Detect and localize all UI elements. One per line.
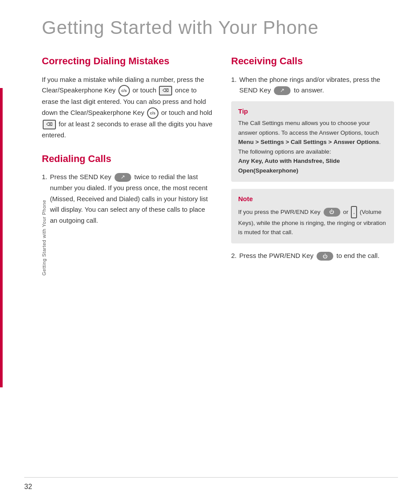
redialing-item1: 1. Press the SEND Key twice to redial th… xyxy=(42,172,214,226)
receiving-item1: 1. When the phone rings and/or vibrates,… xyxy=(231,74,394,96)
clear-speakerphone-icon: c/s xyxy=(118,85,130,96)
or1-text: or touch xyxy=(133,86,156,94)
note-box: Note If you press the PWR/END Key or (Vo… xyxy=(231,189,394,243)
correcting-dialing-body: If you make a mistake while dialing a nu… xyxy=(42,74,214,141)
note-text: If you press the PWR/END Key or (Volume … xyxy=(238,206,387,237)
redialing-section: Redialing Calls 1. Press the SEND Key tw… xyxy=(42,153,214,226)
redialing-heading: Redialing Calls xyxy=(42,153,214,165)
columns: Correcting Dialing Mistakes If you make … xyxy=(42,55,398,266)
page-container: Getting Started with Your Phone Getting … xyxy=(0,0,420,504)
right-column: Receiving Calls 1. When the phone rings … xyxy=(231,55,394,266)
tip-bold1: Menu > Settings > Call Settings > xyxy=(238,139,332,145)
receiving-item2: 2. Press the PWR/END Key to end the call… xyxy=(231,250,394,261)
note-or-text: or xyxy=(343,208,348,215)
page-number: 32 xyxy=(24,483,32,491)
receiving-item2-num: 2. xyxy=(231,250,237,261)
note-label: Note xyxy=(238,195,387,202)
receiving-item1-body: When the phone rings and/or vibrates, pr… xyxy=(239,74,394,96)
for-at-least-text: for at least 2 seconds to erase all the … xyxy=(42,120,213,139)
send-key-icon xyxy=(114,173,131,182)
to-end-text: to end the call. xyxy=(336,252,379,259)
or2-text: or touch and hold xyxy=(161,109,212,116)
redialing-item1-text: Press the SEND Key twice to redial the l… xyxy=(50,172,214,226)
side-tab-bar xyxy=(0,88,3,387)
receiving-item1-num: 1. xyxy=(231,74,237,96)
correcting-dialing-heading: Correcting Dialing Mistakes xyxy=(42,55,214,67)
pwr-end-icon2 xyxy=(317,252,333,261)
receiving-item2-body: Press the PWR/END Key to end the call. xyxy=(239,250,379,261)
bottom-line xyxy=(24,477,398,478)
main-content: Getting Started with Your Phone Correcti… xyxy=(15,0,420,504)
clear-speakerphone-icon2: c/s xyxy=(147,107,158,119)
left-column: Correcting Dialing Mistakes If you make … xyxy=(42,55,214,266)
receiving-item2-text: Press the PWR/END Key xyxy=(239,252,313,259)
tip-text: The Call Settings menu allows you to cho… xyxy=(238,118,387,176)
receiving-calls-heading: Receiving Calls xyxy=(231,55,394,67)
redialing-item1-num: 1. xyxy=(42,172,48,226)
tip-bold2: Answer Options xyxy=(333,139,379,145)
to-answer-text: to answer. xyxy=(294,86,324,94)
page-title: Getting Started with Your Phone xyxy=(42,18,398,38)
tip-bold3: Any Key, Auto with Handsfree, Slide Open… xyxy=(238,158,340,174)
side-tab: Getting Started with Your Phone xyxy=(0,88,12,387)
backspace-hold-icon: ⌫ xyxy=(43,120,56,129)
tip-label: Tip xyxy=(238,107,387,115)
note-text1: If you press the PWR/END Key xyxy=(238,208,321,215)
pwr-end-icon xyxy=(324,208,340,217)
tip-text1: The Call Settings menu allows you to cho… xyxy=(238,120,379,136)
backspace-icon: ⌫ xyxy=(159,86,172,96)
volume-key-icon xyxy=(351,206,357,218)
send-key-icon2 xyxy=(274,86,291,95)
tip-box: Tip The Call Settings menu allows you to… xyxy=(231,101,394,182)
